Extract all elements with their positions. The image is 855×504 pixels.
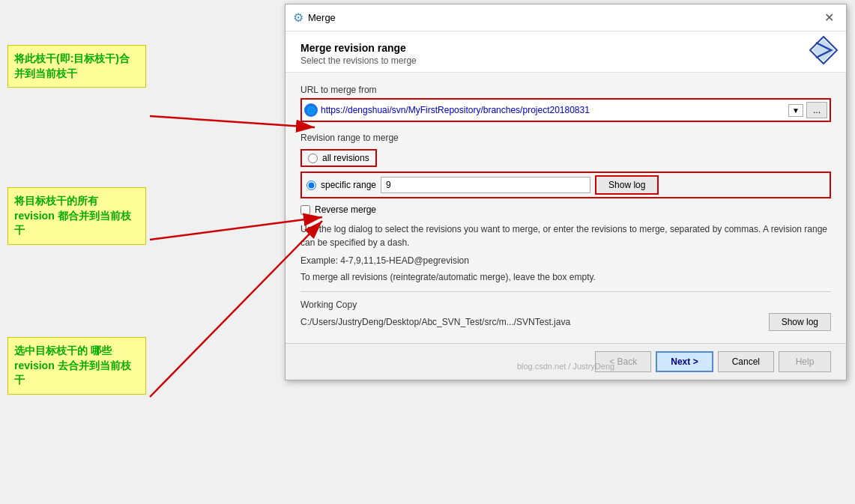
url-browse-button[interactable]: ... [806,102,827,118]
watermark: blog.csdn.net / JustryDeng [517,362,614,371]
wc-path: C:/Users/JustryDeng/Desktop/Abc_SVN_Test… [300,317,570,327]
reverse-merge-checkbox[interactable] [300,205,310,215]
merge-all-text: To merge all revisions (reintegrate/auto… [300,272,831,282]
annotation-text-2: 将目标枝干的所有 revision 都合并到当前枝干 [14,195,131,236]
all-revisions-row: all revisions [300,149,377,167]
example-label: Example: 4-7,9,11,15-HEAD@pegrevision [300,255,469,266]
url-globe-icon: 🌐 [304,103,318,117]
all-revisions-radio[interactable] [308,154,318,163]
annotation-text-1: 将此枝干(即:目标枝干)合并到当前枝干 [14,52,130,79]
dialog-titlebar: ⚙ Merge ✕ [285,4,846,31]
url-input[interactable] [321,105,785,115]
reverse-merge-row: Reverse merge [300,204,831,215]
annotation-text-3: 选中目标枝干的 哪些 revision 去合并到当前枝干 [14,344,131,386]
revision-section: Revision range to merge all revisions sp… [300,133,831,282]
cancel-button[interactable]: Cancel [718,351,774,372]
merge-dialog: ⚙ Merge ✕ Merge revision range Select th… [285,4,847,380]
wc-label: Working Copy [300,300,831,310]
annotation-box-2: 将目标枝干的所有 revision 都合并到当前枝干 [7,187,146,245]
specific-range-radio[interactable] [306,180,316,190]
all-revisions-label: all revisions [322,153,369,163]
next-button[interactable]: Next > [656,351,713,372]
dialog-body: URL to merge from 🌐 ▼ ... Revision range… [285,73,846,343]
dialog-title-text: Merge [308,12,336,23]
info-text: Use the log dialog to select the revisio… [300,222,831,249]
dialog-header: Merge revision range Select the revision… [285,31,846,73]
working-copy-section: Working Copy C:/Users/JustryDeng/Desktop… [300,291,831,331]
dialog-logo [809,35,839,67]
example-text: Example: 4-7,9,11,15-HEAD@pegrevision [300,255,831,266]
dialog-footer: blog.csdn.net / JustryDeng < Back Next >… [285,343,846,380]
url-dropdown-button[interactable]: ▼ [788,104,803,117]
specific-range-row: specific range Show log [300,171,831,198]
merge-icon: ⚙ [293,10,303,25]
reverse-merge-label: Reverse merge [315,204,376,215]
wc-row: C:/Users/JustryDeng/Desktop/Abc_SVN_Test… [300,313,831,331]
dialog-title: ⚙ Merge [293,10,336,25]
wc-show-log-button[interactable]: Show log [769,313,831,331]
url-row: 🌐 ▼ ... [300,98,831,122]
revision-number-input[interactable] [381,177,590,193]
annotation-box-3: 选中目标枝干的 哪些 revision 去合并到当前枝干 [7,337,146,395]
specific-range-label: specific range [321,180,376,190]
revision-range-label: Revision range to merge [300,133,831,143]
help-button[interactable]: Help [779,351,831,372]
dialog-header-subtitle: Select the revisions to merge [300,55,831,66]
dialog-header-title: Merge revision range [300,42,831,54]
close-button[interactable]: ✕ [820,9,839,26]
annotation-box-1: 将此枝干(即:目标枝干)合并到当前枝干 [7,45,146,88]
show-log-button[interactable]: Show log [595,175,659,195]
url-section-label: URL to merge from [300,85,831,95]
